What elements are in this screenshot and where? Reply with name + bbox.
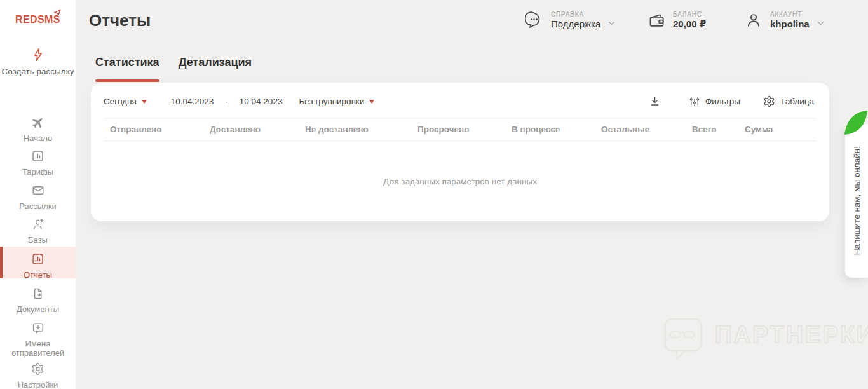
sidebar-item-label: Имена отправителей	[0, 339, 76, 358]
filter-bar: Сегодня 10.04.2023 - 10.04.2023 Без груп…	[91, 83, 829, 107]
sidebar-item-rassylki[interactable]: Рассылки	[0, 181, 76, 211]
envelope-icon	[31, 184, 45, 198]
tab-detalizaciya[interactable]: Детализация	[179, 56, 252, 82]
balance-caption: БАЛАНС	[673, 11, 706, 18]
filters-label: Фильтры	[705, 97, 740, 106]
account-caption: АККАУНТ	[770, 11, 810, 18]
chat-widget-label: Напишите нам, мы онлайн!	[852, 146, 862, 255]
grouping-value: Без группировки	[299, 97, 364, 106]
sidebar-item-nastroiki[interactable]: Настройки	[0, 360, 76, 389]
date-from-field[interactable]: 10.04.2023	[171, 97, 214, 106]
sidebar: REDSMS Создать рассылку Начало Тарифы	[0, 0, 76, 389]
chart-square-icon	[31, 149, 44, 163]
lightning-icon	[31, 48, 45, 62]
create-campaign-button[interactable]: Создать рассылку	[0, 48, 76, 77]
user-icon	[745, 11, 763, 29]
statistics-card: Сегодня 10.04.2023 - 10.04.2023 Без груп…	[91, 83, 829, 221]
column-header: Просрочено	[417, 125, 512, 134]
redsms-logo[interactable]: REDSMS	[0, 14, 76, 25]
sidebar-item-imena-otpravitelei[interactable]: Имена отправителей	[0, 318, 76, 358]
chart-square-icon	[31, 252, 44, 266]
support-caption: СПРАВКА	[551, 11, 600, 18]
column-header: Не доставлено	[305, 125, 417, 134]
gear-icon	[763, 95, 775, 107]
sidebar-item-label: Тарифы	[0, 167, 76, 177]
logo-plane-icon	[54, 10, 61, 15]
download-button[interactable]	[649, 95, 661, 107]
balance-widget[interactable]: БАЛАНС 20,00 ₽	[648, 11, 706, 30]
partnerkin-watermark: ПАРТНЕРКИН	[663, 317, 868, 364]
bubble-plus-icon	[31, 321, 45, 335]
triangle-down-icon	[142, 100, 147, 104]
balance-value: 20,00 ₽	[673, 18, 706, 30]
period-value: Сегодня	[104, 97, 137, 106]
sidebar-item-nachalo[interactable]: Начало	[0, 113, 76, 143]
page-title: Отчеты	[89, 11, 151, 31]
sidebar-item-bazy[interactable]: Базы	[0, 215, 76, 245]
sidebar-item-label: Отчеты	[0, 270, 76, 280]
column-header: Всего	[692, 125, 745, 134]
table-settings-label: Таблица	[780, 97, 814, 106]
column-header: Остальные	[601, 125, 692, 134]
sidebar-item-label: Базы	[0, 235, 76, 245]
gear-icon	[31, 362, 44, 376]
sidebar-item-tarify[interactable]: Тарифы	[0, 147, 76, 177]
date-range-separator: -	[225, 97, 228, 106]
chat-widget-tab[interactable]: Напишите нам, мы онлайн!	[845, 124, 868, 278]
column-header: Отправлено	[110, 125, 210, 134]
chat-bubble-icon	[525, 11, 543, 29]
redsms-logo-text: REDSMS	[15, 14, 60, 25]
account-value: khpolina	[770, 18, 810, 29]
support-value: Поддержка	[551, 18, 600, 29]
plane-icon	[31, 116, 45, 130]
user-plus-icon	[31, 217, 45, 231]
document-plus-icon	[31, 287, 44, 301]
period-dropdown[interactable]: Сегодня	[104, 97, 147, 106]
column-header: Сумма	[745, 125, 817, 134]
column-header: Доставлено	[210, 125, 305, 134]
sidebar-item-label: Документы	[0, 304, 76, 314]
date-to-value: 10.04.2023	[240, 97, 283, 106]
sidebar-item-otchety[interactable]: Отчеты	[0, 247, 76, 278]
grouping-dropdown[interactable]: Без группировки	[299, 97, 374, 106]
account-menu[interactable]: АККАУНТ khpolina	[745, 11, 825, 29]
report-tabs: Статистика Детализация	[95, 56, 252, 82]
filters-button[interactable]: Фильтры	[689, 96, 740, 107]
partnerkin-logo-icon	[663, 317, 703, 364]
wallet-icon	[648, 12, 665, 29]
sidebar-item-label: Рассылки	[0, 201, 76, 211]
chevron-down-icon	[607, 18, 616, 28]
table-header-row: Отправлено Доставлено Не доставлено Прос…	[104, 118, 817, 141]
table-settings-button[interactable]: Таблица	[763, 95, 814, 107]
online-leaf-icon	[843, 109, 868, 136]
partnerkin-watermark-text: ПАРТНЕРКИН	[715, 322, 868, 348]
sidebar-item-dokumenty[interactable]: Документы	[0, 284, 76, 314]
date-from-value: 10.04.2023	[171, 97, 214, 106]
create-campaign-label: Создать рассылку	[0, 67, 76, 77]
chevron-down-icon	[816, 18, 825, 28]
date-to-field[interactable]: 10.04.2023	[240, 97, 283, 106]
sidebar-item-label: Настройки	[0, 380, 76, 389]
empty-state-message: Для заданных параметров нет данных	[91, 177, 829, 186]
sliders-icon	[689, 96, 700, 107]
triangle-down-icon	[369, 100, 374, 104]
app-window: REDSMS Создать рассылку Начало Тарифы	[0, 0, 868, 389]
tab-statistika[interactable]: Статистика	[95, 56, 159, 82]
support-menu[interactable]: СПРАВКА Поддержка	[525, 11, 616, 29]
sidebar-item-label: Начало	[0, 133, 76, 143]
column-header: В процессе	[512, 125, 601, 134]
